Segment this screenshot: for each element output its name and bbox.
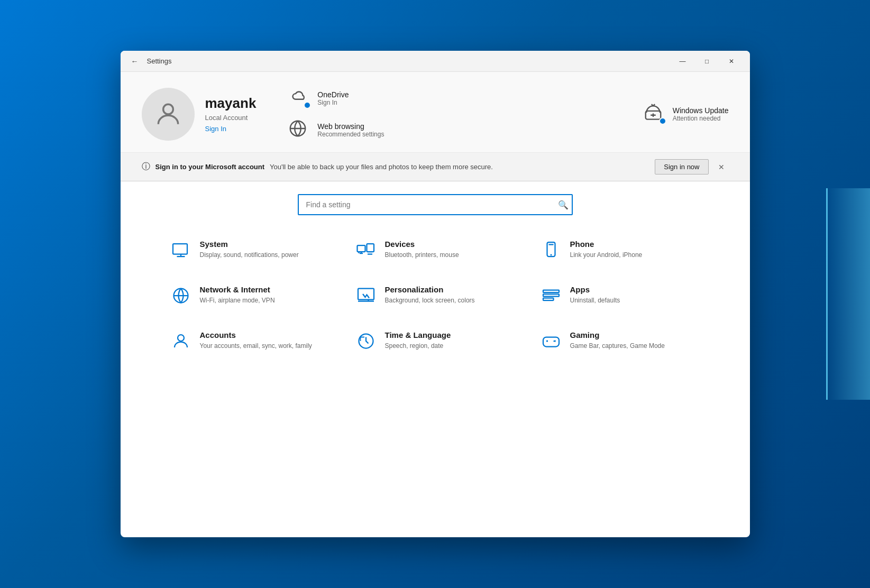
onedrive-title: OneDrive	[317, 90, 349, 99]
accounts-text: Accounts Your accounts, email, sync, wor…	[200, 330, 312, 351]
onedrive-widget[interactable]: OneDrive Sign In	[288, 87, 627, 110]
signin-banner: ⓘ Sign in to your Microsoft account You'…	[121, 153, 750, 181]
windowsupdate-status-dot	[659, 117, 666, 125]
gaming-icon	[541, 330, 562, 352]
banner-body-text: You'll be able to back up your files and…	[270, 163, 649, 171]
settings-item-devices[interactable]: Devices Bluetooth, printers, mouse	[348, 230, 523, 270]
network-subtitle: Wi-Fi, airplane mode, VPN	[200, 296, 275, 305]
profile-widgets: OneDrive Sign In Web browsing Recommende…	[288, 87, 627, 142]
apps-title: Apps	[570, 285, 620, 294]
settings-grid: System Display, sound, notifications, po…	[121, 219, 750, 537]
windowsupdate-icon-wrap	[643, 103, 666, 126]
profile-info: mayank Local Account Sign In	[205, 95, 257, 133]
window-title: Settings	[147, 57, 671, 65]
apps-text: Apps Uninstall, defaults	[570, 285, 620, 305]
title-bar: ← Settings — □ ✕	[121, 51, 750, 72]
settings-item-time[interactable]: Time & Language Speech, region, date	[348, 321, 523, 361]
webbrowsing-subtitle: Recommended settings	[317, 131, 384, 138]
svg-rect-9	[358, 289, 374, 300]
svg-point-13	[178, 335, 184, 341]
system-text: System Display, sound, notifications, po…	[200, 240, 299, 260]
settings-row-2: Network & Internet Wi-Fi, airplane mode,…	[163, 275, 708, 316]
settings-window: ← Settings — □ ✕ mayank Local Account Si…	[121, 51, 750, 537]
onedrive-subtitle: Sign In	[317, 99, 349, 106]
devices-text: Devices Bluetooth, printers, mouse	[385, 240, 459, 260]
phone-text: Phone Link your Android, iPhone	[570, 240, 643, 260]
profile-account-type: Local Account	[205, 114, 257, 122]
minimize-button[interactable]: —	[671, 51, 695, 72]
apps-icon	[541, 285, 562, 306]
settings-item-system[interactable]: System Display, sound, notifications, po…	[163, 230, 337, 270]
webbrowsing-text: Web browsing Recommended settings	[317, 122, 384, 138]
svg-rect-11	[543, 294, 559, 297]
svg-rect-5	[367, 244, 374, 252]
accounts-subtitle: Your accounts, email, sync, work, family	[200, 342, 312, 351]
personalization-title: Personalization	[385, 285, 475, 294]
system-title: System	[200, 240, 299, 249]
phone-icon	[541, 240, 562, 261]
phone-subtitle: Link your Android, iPhone	[570, 251, 643, 260]
svg-rect-12	[543, 298, 554, 301]
network-icon	[170, 285, 191, 306]
profile-signin-link[interactable]: Sign In	[205, 125, 226, 133]
banner-signin-button[interactable]: Sign in now	[655, 159, 708, 174]
svg-rect-15	[543, 337, 559, 347]
onedrive-text: OneDrive Sign In	[317, 90, 349, 106]
avatar	[142, 88, 195, 141]
window-controls: — □ ✕	[671, 51, 744, 72]
settings-item-accounts[interactable]: Accounts Your accounts, email, sync, wor…	[163, 321, 337, 361]
gaming-subtitle: Game Bar, captures, Game Mode	[570, 342, 665, 351]
banner-bold-text: Sign in to your Microsoft account	[155, 163, 265, 171]
phone-title: Phone	[570, 240, 643, 249]
personalization-text: Personalization Background, lock screen,…	[385, 285, 475, 305]
apps-subtitle: Uninstall, defaults	[570, 296, 620, 305]
gaming-text: Gaming Game Bar, captures, Game Mode	[570, 330, 665, 351]
system-icon	[170, 240, 191, 261]
settings-item-gaming[interactable]: Gaming Game Bar, captures, Game Mode	[533, 321, 708, 361]
settings-item-network[interactable]: Network & Internet Wi-Fi, airplane mode,…	[163, 275, 337, 316]
svg-point-7	[550, 254, 552, 256]
network-text: Network & Internet Wi-Fi, airplane mode,…	[200, 285, 275, 305]
search-input[interactable]	[298, 194, 573, 215]
settings-item-personalization[interactable]: Personalization Background, lock screen,…	[348, 275, 523, 316]
windowsupdate-title: Windows Update	[673, 106, 729, 115]
settings-item-apps[interactable]: Apps Uninstall, defaults	[533, 275, 708, 316]
svg-rect-4	[357, 245, 365, 252]
network-title: Network & Internet	[200, 285, 275, 294]
search-icon[interactable]: 🔍	[558, 200, 569, 210]
profile-name: mayank	[205, 95, 257, 112]
settings-row-1: System Display, sound, notifications, po…	[163, 230, 708, 270]
time-subtitle: Speech, region, date	[385, 342, 451, 351]
banner-close-button[interactable]: ✕	[714, 160, 729, 174]
maximize-button[interactable]: □	[695, 51, 719, 72]
onedrive-icon-wrap	[288, 87, 311, 110]
devices-icon	[355, 240, 377, 261]
settings-item-phone[interactable]: Phone Link your Android, iPhone	[533, 230, 708, 270]
accounts-title: Accounts	[200, 330, 312, 339]
svg-point-0	[163, 104, 173, 114]
back-button[interactable]: ←	[127, 53, 143, 69]
time-title: Time & Language	[385, 330, 451, 339]
personalization-icon	[355, 285, 377, 306]
webbrowsing-widget[interactable]: Web browsing Recommended settings	[288, 118, 627, 142]
settings-row-3: Accounts Your accounts, email, sync, wor…	[163, 321, 708, 361]
windowsupdate-widget[interactable]: Windows Update Attention needed	[643, 103, 729, 126]
devices-title: Devices	[385, 240, 459, 249]
webbrowsing-title: Web browsing	[317, 122, 384, 131]
windowsupdate-text: Windows Update Attention needed	[673, 106, 729, 122]
onedrive-status-dot	[304, 102, 311, 109]
accounts-icon	[170, 330, 191, 352]
svg-rect-3	[173, 244, 187, 254]
system-subtitle: Display, sound, notifications, power	[200, 251, 299, 260]
time-icon	[355, 330, 377, 352]
webbrowsing-icon-wrap	[288, 118, 311, 142]
search-area: 🔍	[121, 181, 750, 219]
banner-info-icon: ⓘ	[142, 161, 150, 172]
close-button[interactable]: ✕	[719, 51, 744, 72]
devices-subtitle: Bluetooth, printers, mouse	[385, 251, 459, 260]
windowsupdate-subtitle: Attention needed	[673, 115, 729, 122]
time-text: Time & Language Speech, region, date	[385, 330, 451, 351]
profile-area: mayank Local Account Sign In OneDrive Si…	[121, 72, 750, 153]
gaming-title: Gaming	[570, 330, 665, 339]
svg-rect-10	[543, 290, 559, 293]
